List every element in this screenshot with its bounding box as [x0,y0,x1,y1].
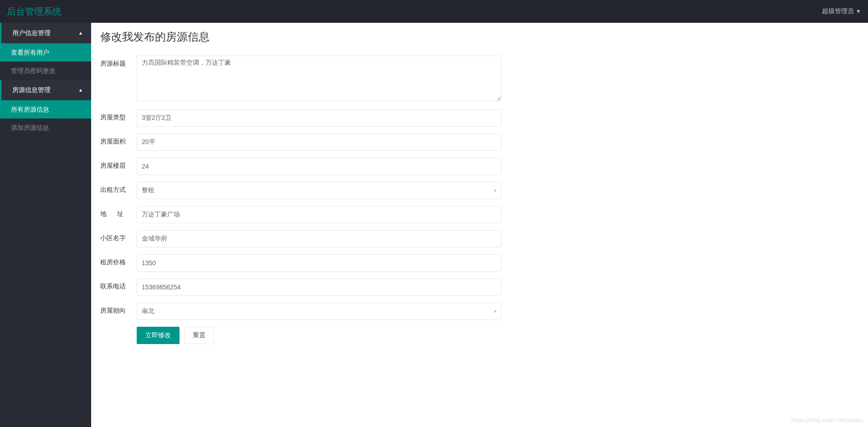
label-title: 房源标题 [100,56,137,68]
sidebar: 用户信息管理 ▴ 查看所有用户 管理员密码更改 房源信息管理 ▴ 所有房源信息 … [0,23,91,427]
form-row-community: 小区名字 [100,230,859,247]
form-row-rent-mode: 出租方式 整租 ▾ [100,182,859,199]
label-rent-mode: 出租方式 [100,182,137,194]
form-row-price: 租房价格 [100,254,859,272]
select-orientation-display: 南北 [137,303,501,320]
input-phone[interactable] [137,278,501,296]
form-row-floor: 房屋楼层 [100,158,859,175]
input-price[interactable] [137,254,501,272]
input-title[interactable]: 力高国际精装带空调，万达丁豪 [137,56,501,101]
form-row-area: 房屋面积 [100,134,859,151]
label-price: 租房价格 [100,254,137,267]
content: 修改我发布的房源信息 房源标题 力高国际精装带空调，万达丁豪 房屋类型 房屋面积… [91,23,868,427]
form-row-type: 房屋类型 [100,109,859,127]
form-row-phone: 联系电话 [100,278,859,296]
select-rent-mode[interactable]: 整租 ▾ [137,182,501,199]
submit-button[interactable]: 立即修改 [137,327,180,344]
header-user-dropdown[interactable]: 超级管理员 ▼ [822,7,861,15]
sidebar-item-user-management[interactable]: 用户信息管理 ▴ [0,23,91,43]
form-row-address: 地 址 [100,206,859,223]
sidebar-subitem-change-password[interactable]: 管理员密码更改 [0,62,91,80]
input-type[interactable] [137,109,501,127]
input-area[interactable] [137,134,501,151]
header-logo: 后台管理系统 [7,5,62,18]
label-floor: 房屋楼层 [100,158,137,170]
form-actions: 立即修改 重置 [137,327,859,344]
chevron-up-icon: ▴ [79,80,82,100]
select-rent-mode-display: 整租 [137,182,501,199]
form-row-orientation: 房屋朝向 南北 ▾ [100,303,859,320]
label-community: 小区名字 [100,230,137,242]
label-phone: 联系电话 [100,278,137,291]
header: 后台管理系统 超级管理员 ▼ [0,0,868,23]
reset-button[interactable]: 重置 [184,327,214,344]
sidebar-item-property-management[interactable]: 房源信息管理 ▴ [0,80,91,100]
header-user-label: 超级管理员 [822,7,854,15]
label-type: 房屋类型 [100,109,137,122]
label-address: 地 址 [100,206,137,218]
dropdown-icon: ▼ [856,8,861,15]
page-title: 修改我发布的房源信息 [100,30,859,44]
sidebar-subitem-add-property[interactable]: 添加房源信息 [0,118,91,137]
sidebar-item-label: 用户信息管理 [12,23,51,43]
input-floor[interactable] [137,158,501,175]
select-orientation[interactable]: 南北 ▾ [137,303,501,320]
sidebar-item-label: 房源信息管理 [12,80,51,100]
chevron-up-icon: ▴ [79,23,82,43]
input-community[interactable] [137,230,501,247]
input-address[interactable] [137,206,501,223]
sidebar-subitem-all-properties[interactable]: 所有房源信息 [0,100,91,118]
label-orientation: 房屋朝向 [100,303,137,315]
label-area: 房屋面积 [100,134,137,146]
form-row-title: 房源标题 力高国际精装带空调，万达丁豪 [100,56,859,103]
sidebar-subitem-view-users[interactable]: 查看所有用户 [0,43,91,62]
